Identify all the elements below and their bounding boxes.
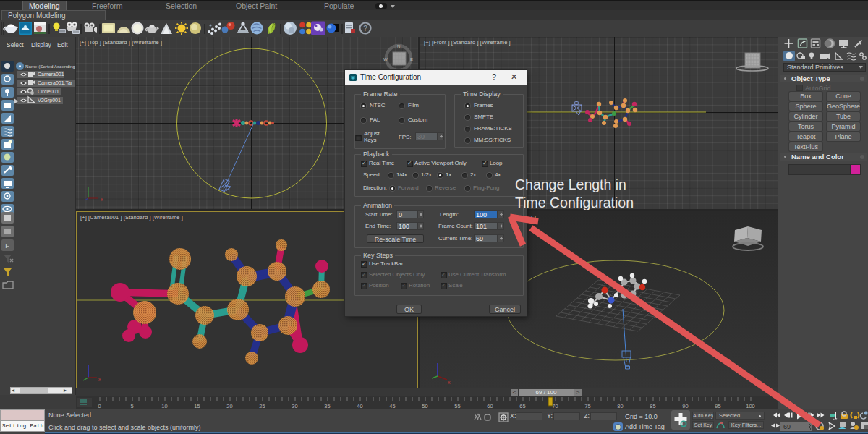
svg-text:85: 85 bbox=[650, 403, 655, 409]
svg-text:65: 65 bbox=[519, 403, 525, 409]
svg-text:N: N bbox=[397, 44, 400, 48]
svg-text:F: F bbox=[5, 242, 9, 250]
svg-text:0: 0 bbox=[98, 403, 101, 409]
svg-text:5: 5 bbox=[130, 403, 133, 409]
svg-text:45: 45 bbox=[389, 403, 395, 409]
svg-text:15: 15 bbox=[194, 403, 200, 409]
svg-text:100: 100 bbox=[746, 403, 755, 409]
svg-text:W: W bbox=[383, 57, 388, 61]
svg-text:10: 10 bbox=[161, 403, 167, 409]
svg-text:50: 50 bbox=[422, 403, 427, 409]
svg-text:?: ? bbox=[363, 25, 367, 33]
svg-text:30: 30 bbox=[292, 403, 297, 409]
svg-text:95: 95 bbox=[715, 403, 720, 409]
svg-text:55: 55 bbox=[454, 403, 460, 409]
svg-text:90: 90 bbox=[682, 403, 688, 409]
svg-text:75: 75 bbox=[584, 403, 590, 409]
svg-text:x: x bbox=[98, 377, 101, 382]
svg-text:25: 25 bbox=[259, 403, 265, 409]
svg-text:d ]: d ] bbox=[529, 215, 536, 222]
svg-text:80: 80 bbox=[617, 403, 623, 409]
svg-text:E: E bbox=[410, 57, 413, 61]
svg-text:40: 40 bbox=[357, 403, 362, 409]
svg-text:x: x bbox=[448, 380, 451, 385]
svg-text:69: 69 bbox=[783, 423, 791, 430]
svg-text:20: 20 bbox=[226, 403, 232, 409]
svg-text:35: 35 bbox=[324, 403, 330, 409]
svg-text:70: 70 bbox=[552, 403, 558, 409]
svg-text:60: 60 bbox=[487, 403, 493, 409]
svg-text:x: x bbox=[101, 197, 103, 202]
